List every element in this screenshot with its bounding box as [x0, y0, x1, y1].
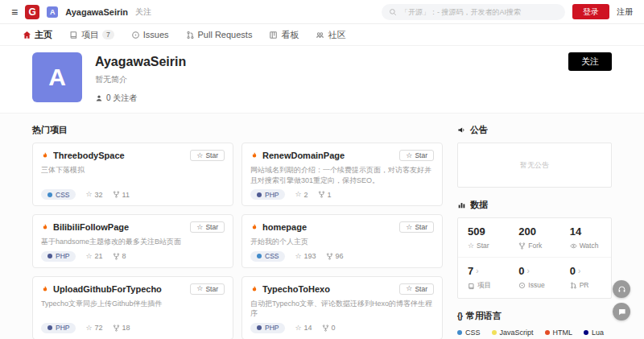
hamburger-menu-icon[interactable]: ≡: [11, 6, 18, 18]
project-name[interactable]: homepage: [262, 222, 395, 232]
tab-pull-requests[interactable]: Pull Requests: [186, 30, 253, 39]
profile-info: AyagawaSeirin 暂无简介 0 关注者: [95, 52, 186, 104]
star-count[interactable]: ☆14: [295, 324, 312, 332]
fork-count[interactable]: 11: [113, 191, 130, 199]
search-box[interactable]: [382, 4, 565, 20]
tab-home[interactable]: 主页: [23, 29, 52, 41]
chat-bubble-icon: [617, 308, 626, 316]
fork-count[interactable]: 1: [318, 191, 332, 199]
topbar-follow-link[interactable]: 关注: [135, 6, 151, 18]
star-count[interactable]: ☆72: [85, 324, 102, 332]
eye-icon: [570, 242, 577, 250]
search-input[interactable]: [401, 8, 558, 16]
project-name[interactable]: BilibiliFollowPage: [53, 222, 186, 232]
stat-star[interactable]: 509 ☆Star: [458, 218, 509, 257]
fork-count[interactable]: 0: [322, 324, 336, 332]
follow-button[interactable]: 关注: [568, 52, 612, 71]
fork-count[interactable]: 18: [113, 324, 130, 332]
flame-icon: [41, 223, 49, 231]
project-card[interactable]: UploadGithubForTypecho ☆Star Typecho文章同步…: [32, 276, 233, 339]
avatar[interactable]: A: [32, 52, 82, 102]
star-icon: ☆: [295, 191, 301, 198]
stat-fork[interactable]: 200 Fork: [509, 218, 559, 257]
project-name[interactable]: TypechoToHexo: [262, 284, 395, 294]
language-item[interactable]: Lua: [584, 329, 604, 337]
stat-prs[interactable]: 0› PR: [560, 257, 611, 298]
stat-label-text: 项目: [477, 281, 491, 291]
stat-projects[interactable]: 7› 项目: [458, 257, 509, 298]
star-icon: ☆: [196, 152, 203, 159]
star-count[interactable]: ☆2: [295, 191, 308, 199]
language-item[interactable]: HTML: [545, 329, 573, 337]
stat-watch[interactable]: 14 Watch: [560, 218, 611, 257]
project-card[interactable]: BilibiliFollowPage ☆Star 基于handsome主题修改的…: [32, 214, 233, 268]
star-button[interactable]: ☆Star: [399, 150, 434, 161]
community-icon: [316, 31, 324, 39]
star-count[interactable]: ☆193: [295, 252, 316, 260]
language-label: PHP: [265, 191, 279, 199]
star-button[interactable]: ☆Star: [190, 150, 225, 161]
board-icon: [269, 31, 278, 39]
project-card[interactable]: homepage ☆Star 开始我的个人主页 CSS ☆193 96: [242, 214, 443, 268]
project-description: 基于handsome主题修改的最多关注B站页面: [41, 237, 225, 247]
flame-icon: [41, 151, 49, 159]
main-content: 热门项目 ThreebodySpace ☆Star 三体下落模拟 CSS ☆32…: [0, 113, 644, 339]
tab-issues[interactable]: Issues: [131, 30, 169, 39]
support-float-button[interactable]: [613, 280, 630, 298]
star-icon: ☆: [406, 224, 412, 231]
pull-request-icon: [570, 282, 577, 289]
project-card[interactable]: RenewDomainPage ☆Star 网站域名到期的介绍：一个续费提示页面…: [242, 143, 443, 206]
feedback-float-button[interactable]: [613, 303, 630, 320]
star-icon: ☆: [295, 253, 301, 260]
language-dot: [47, 192, 52, 197]
language-item-label: JavaScript: [500, 329, 534, 337]
repo-icon: [468, 283, 475, 290]
popular-projects-title-text: 热门项目: [32, 124, 68, 136]
project-card[interactable]: ThreebodySpace ☆Star 三体下落模拟 CSS ☆32 11: [32, 143, 233, 206]
stat-label-text: PR: [580, 281, 589, 289]
tab-projects[interactable]: 项目 7: [69, 29, 114, 41]
followers-row[interactable]: 0 关注者: [95, 93, 186, 104]
language-item[interactable]: CSS: [457, 329, 481, 337]
stats-title-text: 数据: [470, 199, 488, 211]
fork-count[interactable]: 96: [326, 252, 344, 260]
flame-icon: [250, 285, 258, 293]
tab-community-label: 社区: [328, 29, 345, 41]
star-button[interactable]: ☆Star: [399, 221, 434, 233]
project-name[interactable]: UploadGithubForTypecho: [53, 284, 186, 294]
login-button[interactable]: 登录: [572, 4, 609, 19]
star-count[interactable]: ☆32: [85, 191, 102, 199]
breadcrumb-avatar[interactable]: A: [47, 6, 58, 18]
star-button[interactable]: ☆Star: [399, 283, 434, 295]
issue-icon: [131, 31, 140, 39]
fork-count[interactable]: 8: [113, 252, 126, 260]
tab-board[interactable]: 看板: [269, 29, 299, 41]
language-item-label: CSS: [465, 329, 481, 337]
fork-count-value: 8: [122, 252, 126, 260]
language-badge: PHP: [41, 323, 76, 333]
gitee-logo[interactable]: G: [25, 5, 39, 19]
star-button-label: Star: [415, 223, 427, 231]
language-label: CSS: [56, 191, 69, 199]
star-button[interactable]: ☆Star: [190, 283, 225, 295]
tab-pull-requests-label: Pull Requests: [198, 30, 253, 39]
register-link[interactable]: 注册: [617, 6, 633, 18]
project-card[interactable]: TypechoToHexo ☆Star 自动把Typecho文章、评论数据迁移到…: [242, 276, 443, 339]
stat-value: 200: [518, 225, 536, 238]
star-count[interactable]: ☆21: [85, 252, 102, 260]
stat-issues[interactable]: 0› Issue: [509, 257, 559, 298]
language-item[interactable]: JavaScript: [492, 329, 534, 337]
top-bar: ≡ G A AyagawaSeirin 关注 登录 注册: [0, 0, 644, 24]
breadcrumb-username[interactable]: AyagawaSeirin: [65, 7, 128, 17]
language-item-label: Lua: [592, 329, 604, 337]
star-button[interactable]: ☆Star: [190, 221, 225, 233]
flame-icon: [41, 285, 49, 293]
stat-label-text: Star: [477, 242, 489, 250]
tab-community[interactable]: 社区: [316, 29, 345, 41]
star-icon: ☆: [406, 152, 412, 159]
issue-icon: [518, 282, 526, 289]
code-braces-icon: {}: [457, 312, 462, 320]
project-name[interactable]: RenewDomainPage: [262, 151, 395, 160]
language-badge: PHP: [41, 251, 76, 262]
project-name[interactable]: ThreebodySpace: [53, 151, 186, 160]
